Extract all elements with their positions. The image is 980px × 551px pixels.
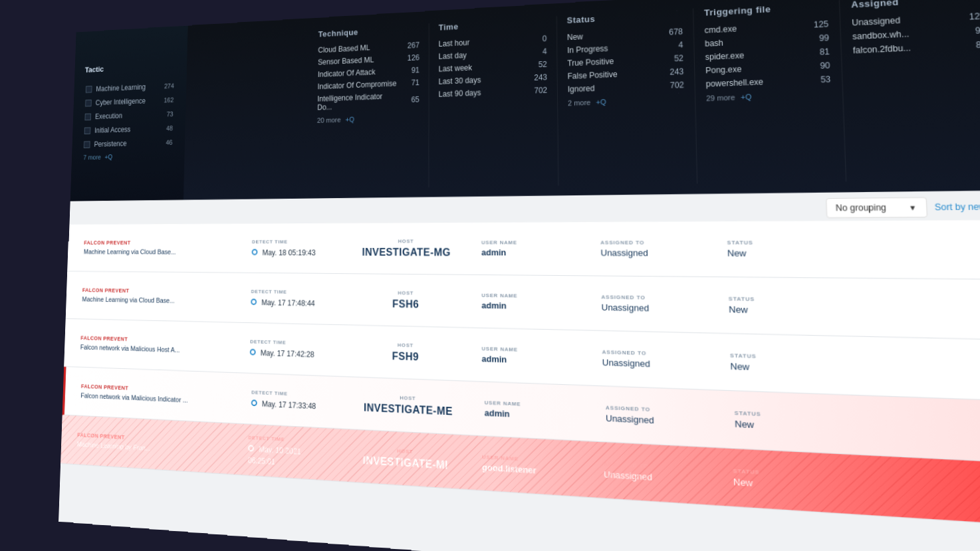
status-label: STATUS (727, 239, 786, 246)
username-value: admin (485, 407, 592, 423)
username-col: USER NAME admin (475, 346, 596, 368)
username-value: admin (482, 354, 589, 367)
filter-row[interactable]: Intelligence Indicator Do... 65 (317, 90, 420, 112)
filter-row[interactable]: Last hour 0 (439, 34, 547, 49)
host-value: INVESTIGATE-MG (345, 247, 469, 259)
incident-type-badge: FALCON PREVENT (84, 239, 235, 245)
filter-row[interactable]: Indicator Of Compromise 71 (318, 78, 420, 91)
sidebar-count-ml: 274 (164, 82, 174, 90)
status-value: New (730, 361, 790, 374)
detect-time-col: DETECT TIME May. 17 17:33:48 (245, 389, 340, 412)
incident-row[interactable]: FALCON PREVENT Machine Learning via Clou… (68, 220, 980, 280)
host-col: HOST INVESTIGATE-MI (337, 445, 476, 473)
detect-time-col: DETECT TIME May. 18 05:19:43 (246, 239, 339, 258)
detect-time-col: DETECT TIME May. 17 17:42:28 (244, 338, 338, 360)
filter-row[interactable]: bash 99 (705, 33, 829, 49)
clock-icon (251, 299, 257, 306)
status-label: STATUS (729, 296, 788, 303)
host-label: HOST (344, 289, 469, 296)
detect-time-label: DETECT TIME (252, 239, 333, 245)
sidebar-label-exec: Execution (95, 112, 122, 121)
filter-row-false-positive[interactable]: False Positive 243 (567, 67, 683, 81)
sidebar-checkbox-exec[interactable] (84, 114, 91, 121)
sort-button[interactable]: Sort by newest d... (935, 201, 980, 212)
incident-description: FALCON PREVENT Machine Learning by Fron.… (77, 431, 243, 458)
username-col: USER NAME admin (478, 399, 599, 423)
status-label: STATUS (733, 468, 793, 478)
filter-row[interactable]: sandbox.wh... 99 (852, 25, 980, 41)
sidebar-label-persist: Persistence (94, 140, 126, 149)
filter-row[interactable]: Indicator Of Attack 91 (318, 66, 420, 79)
detect-time-value: May. 17 17:48:44 (261, 298, 315, 308)
assigned-col: ASSIGNED TO Unassigned (594, 294, 721, 314)
assigned-label: ASSIGNED TO (601, 294, 714, 302)
incident-name: Machine Learning via Cloud Base... (82, 294, 234, 306)
incident-type-badge: FALCON PREVENT (82, 287, 234, 295)
filter-row[interactable]: Sensor Based ML 126 (318, 53, 420, 66)
filter-row[interactable]: Last day 4 (439, 47, 547, 61)
grouping-dropdown[interactable]: No grouping ▼ (826, 197, 927, 218)
detect-time-value: May. 17 17:42:28 (261, 348, 314, 359)
filter-row[interactable]: Ignored 702 (568, 80, 684, 94)
assigned-label: ASSIGNED TO (602, 349, 715, 358)
assigned-col: ASSIGNED TO Unassigned (595, 349, 723, 372)
detect-time-col: DETECT TIME May. 10 2021 06:25:01 (242, 434, 337, 471)
filter-row[interactable]: powershell.exe 53 (705, 74, 830, 89)
assigned-label: ASSIGNED TO (600, 239, 713, 245)
host-col: HOST FSH9 (338, 340, 475, 365)
status-value: New (735, 419, 795, 432)
filter-row[interactable]: Last 30 days 243 (438, 72, 547, 86)
filter-row[interactable]: Last 90 days 702 (438, 86, 547, 99)
detect-time-label: DETECT TIME (250, 338, 332, 346)
filter-row[interactable]: cmd.exe 125 (704, 19, 828, 35)
filter-title-assigned: Assigned (851, 0, 980, 10)
username-value: admin (481, 300, 588, 312)
clock-icon (248, 445, 254, 452)
filter-row[interactable]: spider.exe 81 (705, 47, 830, 62)
detect-time-col: DETECT TIME May. 17 17:48:44 (245, 288, 339, 309)
filter-title-technique: Technique (318, 24, 420, 39)
incident-list: FALCON PREVENT Machine Learning via Clou… (59, 220, 980, 551)
filter-row[interactable]: Last week 52 (439, 60, 547, 74)
filter-row[interactable]: Pong.exe 90 (705, 60, 830, 75)
sidebar-checkbox-ia[interactable] (84, 127, 91, 134)
sidebar-checkbox-ci[interactable] (85, 100, 92, 107)
status-label: STATUS (735, 410, 795, 419)
assigned-value: Unassigned (602, 357, 716, 371)
incident-name: Machine Learning via Cloud Base... (84, 247, 235, 257)
incident-description: FALCON PREVENT Falcon network via Malici… (80, 383, 245, 407)
status-search-btn[interactable]: +Q (593, 98, 608, 106)
main-content: No grouping ▼ Sort by newest d... FALCON… (59, 190, 980, 551)
sidebar-label-ci: Cyber Intelligence (95, 97, 146, 107)
sidebar-header: Tactic (82, 61, 179, 74)
sidebar-checkbox-ml[interactable] (86, 86, 92, 93)
assigned-col: ASSIGNED TO Unassigned (594, 239, 720, 258)
status-col: STATUS New (721, 296, 796, 316)
username-col: USER NAME admin (475, 239, 594, 257)
filter-col-assigned: Assigned Unassigned 125 sandbox.wh... 99… (840, 0, 980, 181)
username-label: USER NAME (481, 292, 588, 300)
filter-row[interactable]: Cloud Based ML 267 (318, 41, 420, 55)
status-col: STATUS New (720, 239, 795, 259)
filter-row[interactable]: Unassigned 125 (852, 11, 980, 28)
filter-row[interactable]: falcon.2fdbu... 81 (853, 40, 980, 56)
sidebar-label-ia: Initial Access (94, 126, 131, 135)
filter-title-status: Status (567, 9, 683, 25)
sidebar-count-ci: 162 (164, 96, 174, 104)
filter-col-technique: Technique Cloud Based ML 267 Sensor Base… (307, 23, 429, 189)
status-label: STATUS (730, 352, 790, 360)
filter-row[interactable]: New 678 (567, 27, 683, 42)
filter-row[interactable]: True Positive 52 (567, 54, 683, 68)
filter-row[interactable]: In Progress 4 (567, 40, 683, 55)
sidebar-count-exec: 73 (167, 110, 174, 118)
sidebar-checkbox-persist[interactable] (84, 141, 90, 148)
incident-description: FALCON PREVENT Machine Learning via Clou… (82, 287, 245, 306)
detect-time-label: DETECT TIME (251, 288, 333, 295)
technique-search-btn[interactable]: +Q (343, 116, 357, 124)
host-label: HOST (345, 239, 469, 245)
status-col: STATUS New (723, 352, 798, 374)
sidebar: Tactic Machine Learning 274 Cyber Intell… (70, 25, 187, 204)
sort-bar: No grouping ▼ Sort by newest d... (810, 190, 980, 224)
triggering-file-search-btn[interactable]: +Q (738, 92, 755, 101)
sidebar-more[interactable]: 7 more +Q (79, 150, 177, 164)
